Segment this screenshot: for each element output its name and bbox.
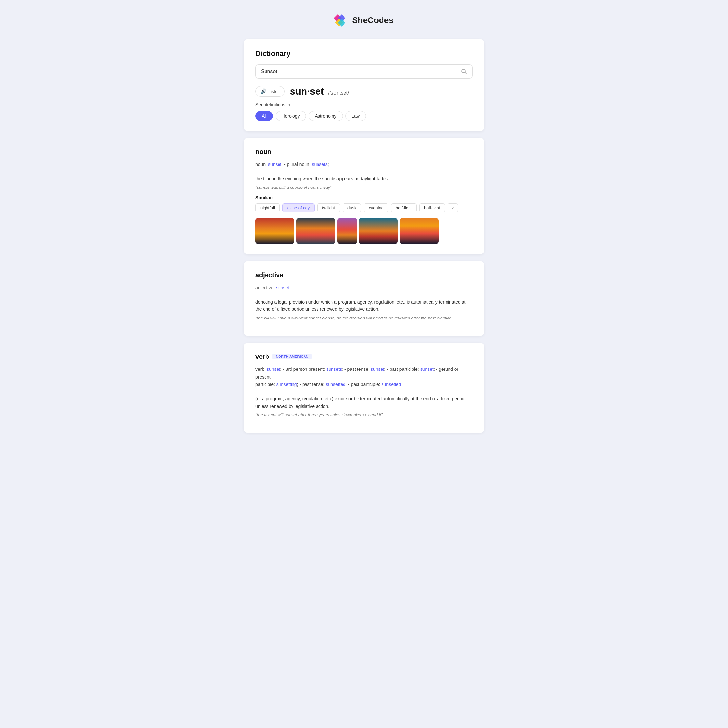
- speaker-icon: 🔊: [260, 89, 266, 94]
- verb-link-1[interactable]: sunset: [267, 367, 280, 372]
- filter-astronomy[interactable]: Astronomy: [309, 111, 343, 121]
- verb-link-4[interactable]: sunset: [420, 367, 434, 372]
- filter-horology[interactable]: Horology: [275, 111, 306, 121]
- similiar-label: Similiar:: [255, 195, 473, 200]
- logo-icon: [335, 13, 349, 27]
- word-row: 🔊 Listen sun·set /ˈsənˌset/: [255, 86, 473, 97]
- similiar-tags: nightfall close of day twilight dusk eve…: [255, 203, 473, 212]
- verb-link-2[interactable]: sunsets: [326, 367, 342, 372]
- word-display: sun·set /ˈsənˌset/: [290, 86, 349, 97]
- logo: SheCodes: [335, 13, 393, 27]
- plural-link[interactable]: sunsets: [312, 162, 327, 167]
- search-box: [255, 64, 473, 79]
- phonetic: /ˈsənˌset/: [328, 90, 349, 96]
- filter-law[interactable]: Law: [346, 111, 366, 121]
- tag-half-light-2[interactable]: half-light: [419, 203, 445, 212]
- listen-label: Listen: [268, 89, 280, 94]
- noun-example: "sunset was still a couple of hours away…: [255, 185, 473, 190]
- filter-all[interactable]: All: [255, 111, 273, 121]
- verb-link-3[interactable]: sunset: [371, 367, 384, 372]
- noun-definition: the time in the evening when the sun dis…: [255, 175, 473, 182]
- main-container: Dictionary 🔊 Listen sun·set /ˈsənˌset/ S…: [244, 39, 484, 433]
- noun-grammar: noun: sunset; - plural noun: sunsets;: [255, 161, 473, 169]
- svg-line-5: [465, 72, 467, 74]
- verb-example: "the tax cut will sunset after three yea…: [255, 413, 473, 417]
- noun-label: noun:: [255, 162, 268, 167]
- sunset-image-3[interactable]: [337, 218, 357, 244]
- verb-row: verb NORTH AMERICAN: [255, 353, 473, 361]
- verb-definition: (of a program, agency, regulation, etc.)…: [255, 395, 473, 410]
- adj-example: "the bill will have a two-year sunset cl…: [255, 315, 473, 320]
- adj-link[interactable]: sunset: [276, 285, 289, 290]
- tag-dusk[interactable]: dusk: [343, 203, 361, 212]
- tag-half-light-1[interactable]: half-light: [391, 203, 417, 212]
- tag-evening[interactable]: evening: [364, 203, 388, 212]
- images-row: [255, 218, 473, 244]
- adj-definition: denoting a legal provision under which a…: [255, 298, 473, 313]
- search-input[interactable]: [261, 69, 461, 75]
- verb-card: verb NORTH AMERICAN verb: sunset; - 3rd …: [244, 343, 484, 433]
- noun-dash: - plural noun:: [284, 162, 312, 167]
- more-tags-button[interactable]: ∨: [448, 203, 458, 212]
- adjective-card: adjective adjective: sunset; denoting a …: [244, 261, 484, 336]
- verb-grammar: verb: sunset; - 3rd person present: suns…: [255, 366, 473, 389]
- search-button[interactable]: [461, 69, 467, 75]
- verb-link-5[interactable]: sunsetting: [276, 382, 297, 387]
- search-icon: [461, 69, 467, 75]
- tag-close-of-day[interactable]: close of day: [283, 203, 315, 212]
- header: SheCodes: [6, 13, 722, 27]
- dictionary-title: Dictionary: [255, 49, 473, 58]
- see-defs-label: See definitions in:: [255, 102, 473, 107]
- brand-name: SheCodes: [352, 15, 393, 25]
- noun-pos: noun: [255, 148, 473, 156]
- filter-buttons: All Horology Astronomy Law: [255, 111, 473, 121]
- sunset-image-2[interactable]: [297, 218, 335, 244]
- noun-link[interactable]: sunset: [268, 162, 281, 167]
- listen-button[interactable]: 🔊 Listen: [255, 86, 285, 96]
- adj-grammar: adjective: sunset;: [255, 284, 473, 292]
- sunset-image-1[interactable]: [255, 218, 294, 244]
- word-text: sun·set: [290, 86, 324, 96]
- verb-pos: verb: [255, 353, 269, 361]
- verb-link-7[interactable]: sunsetted: [382, 382, 401, 387]
- tag-nightfall[interactable]: nightfall: [255, 203, 280, 212]
- adj-label: adjective:: [255, 285, 276, 290]
- north-american-badge: NORTH AMERICAN: [272, 353, 312, 359]
- sunset-image-5[interactable]: [400, 218, 439, 244]
- tag-twilight[interactable]: twilight: [317, 203, 340, 212]
- adj-pos: adjective: [255, 271, 473, 279]
- sunset-image-4[interactable]: [359, 218, 398, 244]
- verb-link-6[interactable]: sunsetted: [326, 382, 346, 387]
- noun-card: noun noun: sunset; - plural noun: sunset…: [244, 138, 484, 254]
- dictionary-search-card: Dictionary 🔊 Listen sun·set /ˈsənˌset/ S…: [244, 39, 484, 131]
